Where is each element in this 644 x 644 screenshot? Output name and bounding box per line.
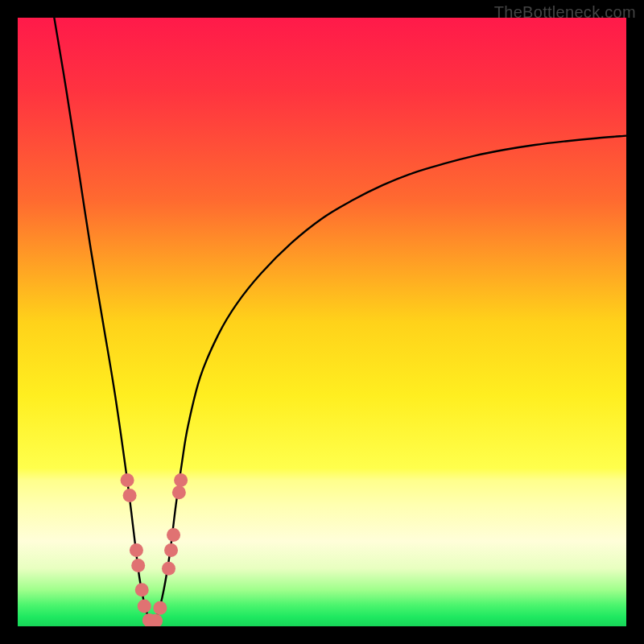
highlight-marker — [123, 489, 137, 502]
highlight-markers-layer — [18, 18, 626, 626]
highlight-marker — [164, 543, 178, 557]
highlight-marker — [138, 600, 151, 613]
highlight-marker — [121, 473, 134, 487]
watermark-text: TheBottleneck.com — [494, 3, 636, 22]
highlight-marker — [167, 528, 180, 542]
highlight-marker — [174, 473, 188, 487]
highlight-marker — [135, 583, 149, 597]
highlight-marker — [172, 485, 186, 499]
highlight-marker — [131, 559, 145, 572]
highlight-marker — [130, 543, 143, 557]
highlight-marker — [153, 601, 167, 615]
plot-area — [18, 18, 626, 626]
highlight-marker — [162, 562, 175, 576]
chart-frame: TheBottleneck.com — [0, 0, 644, 644]
